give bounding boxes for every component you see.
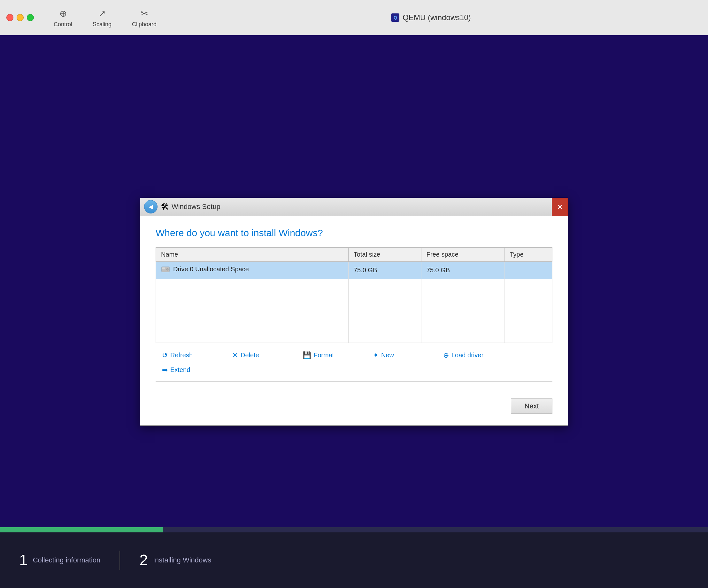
partition-table: Name Total size Free space Type [156,247,552,343]
control-icon: ⊕ [57,7,69,20]
clipboard-icon: ✂ [138,7,151,20]
separator-1 [156,381,552,382]
dialog-back-button[interactable]: ◀ [144,200,157,213]
drive-name-cell: Drive 0 Unallocated Space [156,261,349,279]
action-buttons-row: ↺ Refresh ✕ Delete 💾 Format ✦ New [156,349,552,376]
toolbar-item-control[interactable]: ⊕ Control [50,4,76,30]
next-button[interactable]: Next [511,399,552,414]
separator-2 [156,387,552,387]
back-arrow-icon: ◀ [149,203,153,210]
scaling-icon: ⤢ [96,7,109,20]
maximize-traffic-light[interactable] [27,14,34,21]
mac-toolbar: ⊕ Control ⤢ Scaling ✂ Clipboard [50,4,160,30]
step-2-number: 2 [139,553,148,568]
type-cell [504,261,552,279]
traffic-lights [6,14,34,21]
dialog-titlebar: ◀ 🛠 Windows Setup ✕ [140,198,568,216]
mac-titlebar: ⊕ Control ⤢ Scaling ✂ Clipboard Q QEMU (… [0,0,708,35]
svg-rect-1 [162,267,165,269]
table-row[interactable]: Drive 0 Unallocated Space 75.0 GB 75.0 G… [156,261,552,279]
next-button-row: Next [156,392,552,414]
dialog-body: Where do you want to install Windows? Na… [140,216,568,425]
total-size-cell: 75.0 GB [348,261,421,279]
setup-icon: 🛠 [161,202,169,212]
refresh-button[interactable]: ↺ Refresh [157,349,227,361]
setup-dialog: ◀ 🛠 Windows Setup ✕ Where do you want to… [140,198,568,426]
table-header-row: Name Total size Free space Type [156,247,552,261]
free-space-cell: 75.0 GB [421,261,504,279]
format-button[interactable]: 💾 Format [297,349,368,361]
window-title: Q QEMU (windows10) [160,13,702,22]
format-icon: 💾 [302,351,311,359]
minimize-traffic-light[interactable] [17,14,24,21]
svg-point-2 [167,268,168,270]
new-button[interactable]: ✦ New [368,349,438,361]
load-driver-icon: ⊕ [443,351,449,359]
progress-bar-container [0,527,708,532]
qemu-icon: Q [391,13,400,22]
extend-icon: ➡ [162,366,168,374]
delete-button[interactable]: ✕ Delete [227,349,297,361]
vm-display: ◀ 🛠 Windows Setup ✕ Where do you want to… [0,35,708,588]
close-icon: ✕ [557,203,563,211]
load-driver-button[interactable]: ⊕ Load driver [438,349,508,361]
new-icon: ✦ [373,351,379,359]
step-1: 1 Collecting information [19,553,100,568]
drive-icon-container: Drive 0 Unallocated Space [161,266,249,273]
scaling-label: Scaling [93,21,112,28]
refresh-icon: ↺ [162,351,168,359]
dialog-title: Windows Setup [172,203,220,211]
control-label: Control [54,21,72,28]
step-divider [119,551,120,570]
step-2: 2 Installing Windows [139,553,211,568]
progress-area: 1 Collecting information 2 Installing Wi… [0,527,708,588]
col-free-space: Free space [421,247,504,261]
install-question: Where do you want to install Windows? [156,228,552,238]
extend-button[interactable]: ➡ Extend [157,364,227,376]
step-1-number: 1 [19,553,28,568]
progress-bar-fill [0,527,163,532]
mac-window: ⊕ Control ⤢ Scaling ✂ Clipboard Q QEMU (… [0,0,708,588]
empty-table-row [156,279,552,343]
col-total-size: Total size [348,247,421,261]
col-name: Name [156,247,349,261]
col-type: Type [504,247,552,261]
step-1-label: Collecting information [33,556,101,564]
toolbar-item-scaling[interactable]: ⤢ Scaling [89,4,115,30]
delete-icon: ✕ [232,351,238,359]
close-traffic-light[interactable] [6,14,13,21]
progress-steps: 1 Collecting information 2 Installing Wi… [0,532,708,588]
step-2-label: Installing Windows [153,556,211,564]
drive-disk-icon [161,266,170,273]
clipboard-label: Clipboard [132,21,156,28]
dialog-close-button[interactable]: ✕ [552,198,568,216]
toolbar-item-clipboard[interactable]: ✂ Clipboard [128,4,160,30]
